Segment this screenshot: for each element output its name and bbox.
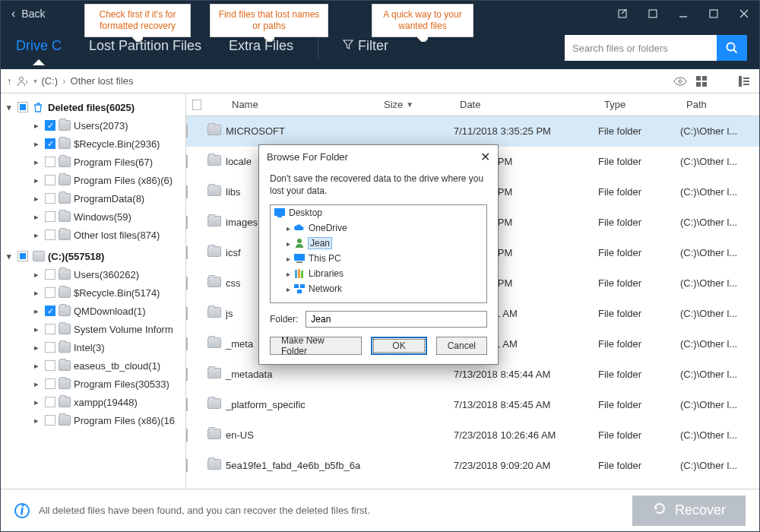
file-row[interactable]: 5ea19fe1_fabd_4e6b_b5fb_6a7/23/2018 9:09… bbox=[186, 451, 759, 481]
tree-item[interactable]: ▸Intel(3) bbox=[1, 338, 185, 356]
dlg-node-desktop[interactable]: Desktop bbox=[271, 205, 486, 220]
chevron-right-icon[interactable]: ▸ bbox=[283, 255, 293, 263]
col-size[interactable]: Size▼ bbox=[378, 99, 454, 110]
close-icon[interactable] bbox=[729, 1, 759, 27]
tree-item[interactable]: ▸$Recycle.Bin(5174) bbox=[1, 283, 185, 302]
tree-item[interactable]: ▸Program Files (x86)(6) bbox=[1, 171, 185, 189]
dlg-node-libraries[interactable]: ▸ Libraries bbox=[271, 266, 486, 281]
tree-item[interactable]: ▸Windows(59) bbox=[1, 207, 185, 226]
recover-button[interactable]: Recover bbox=[632, 496, 746, 526]
tree-item[interactable]: ▸Users(2073) bbox=[1, 116, 185, 135]
expand-icon[interactable] bbox=[638, 1, 668, 27]
crumb-other[interactable]: Other lost files bbox=[71, 75, 134, 87]
checkbox[interactable] bbox=[45, 342, 55, 353]
maximize-icon[interactable] bbox=[698, 1, 729, 27]
checkbox[interactable] bbox=[45, 397, 55, 407]
folder-tree[interactable]: ▾ Deleted files(6025) ▸Users(2073)▸$Recy… bbox=[1, 93, 186, 489]
chevron-right-icon[interactable]: ▸ bbox=[31, 416, 42, 426]
tree-item[interactable]: ▸easeus_tb_cloud(1) bbox=[1, 356, 185, 375]
grid-icon[interactable] bbox=[692, 72, 711, 90]
tree-root-c[interactable]: ▾ (C:)(557518) bbox=[1, 247, 185, 265]
checkbox[interactable] bbox=[186, 459, 188, 472]
dlg-node-network[interactable]: ▸ Network bbox=[271, 281, 486, 296]
tree-item[interactable]: ▸$Recycle.Bin(2936) bbox=[1, 135, 185, 153]
chevron-right-icon[interactable]: ▸ bbox=[31, 288, 42, 298]
dialog-folder-tree[interactable]: Desktop ▸ OneDrive ▸ Jean ▸ This PC ▸ Li… bbox=[270, 204, 487, 303]
chevron-right-icon[interactable]: ▸ bbox=[31, 157, 42, 167]
detail-icon[interactable] bbox=[735, 72, 753, 90]
checkbox[interactable] bbox=[186, 216, 188, 229]
checkbox[interactable] bbox=[45, 230, 55, 240]
checkbox[interactable] bbox=[45, 269, 55, 280]
checkbox[interactable] bbox=[186, 277, 188, 290]
tab-drive-c[interactable]: Drive C bbox=[13, 32, 65, 65]
list-icon[interactable] bbox=[714, 72, 732, 90]
crumb-c[interactable]: (C:) bbox=[42, 75, 59, 87]
col-type[interactable]: Type bbox=[598, 99, 680, 110]
dialog-close-icon[interactable]: ✕ bbox=[480, 150, 490, 164]
checkbox[interactable] bbox=[186, 429, 188, 442]
up-arrow-icon[interactable]: ↑ bbox=[7, 75, 12, 87]
checkbox[interactable] bbox=[186, 125, 188, 138]
tree-item[interactable]: ▸Program Files(30533) bbox=[1, 375, 185, 393]
chevron-right-icon[interactable]: ▸ bbox=[31, 379, 42, 389]
chevron-right-icon[interactable]: ▸ bbox=[31, 270, 42, 280]
chevron-right-icon[interactable]: ▸ bbox=[283, 224, 293, 233]
checkbox[interactable] bbox=[45, 306, 55, 316]
checkbox[interactable] bbox=[186, 246, 188, 259]
tree-root-deleted[interactable]: ▾ Deleted files(6025) bbox=[1, 98, 185, 116]
chevron-down-icon[interactable]: ▾ bbox=[4, 103, 14, 112]
chevron-right-icon[interactable]: ▸ bbox=[31, 325, 42, 334]
checkbox[interactable] bbox=[45, 175, 55, 185]
back-button[interactable]: ‹ Back bbox=[1, 7, 45, 21]
checkbox[interactable] bbox=[45, 415, 55, 426]
chevron-right-icon[interactable]: ▸ bbox=[283, 285, 293, 293]
chevron-right-icon[interactable]: ▸ bbox=[31, 194, 42, 204]
tree-item[interactable]: ▸ProgramData(8) bbox=[1, 189, 185, 207]
search-input[interactable] bbox=[565, 35, 717, 61]
person-icon[interactable] bbox=[17, 76, 29, 87]
checkbox[interactable] bbox=[45, 211, 55, 222]
tree-item[interactable]: ▸xampp(19448) bbox=[1, 393, 185, 411]
chevron-right-icon[interactable]: ▸ bbox=[31, 397, 42, 407]
chevron-right-icon[interactable]: ▸ bbox=[31, 212, 42, 222]
dlg-node-onedrive[interactable]: ▸ OneDrive bbox=[271, 220, 486, 236]
checkbox[interactable] bbox=[45, 120, 55, 131]
checkbox[interactable] bbox=[45, 287, 55, 298]
checkbox[interactable] bbox=[17, 251, 28, 261]
eye-icon[interactable] bbox=[671, 72, 689, 90]
tree-item[interactable]: ▸System Volume Inform bbox=[1, 320, 185, 338]
chevron-right-icon[interactable]: ▸ bbox=[283, 270, 293, 278]
chevron-right-icon[interactable]: ▸ bbox=[31, 121, 42, 131]
checkbox[interactable] bbox=[45, 157, 55, 167]
checkbox[interactable] bbox=[186, 155, 188, 168]
ok-button[interactable]: OK bbox=[371, 337, 426, 355]
chevron-right-icon[interactable]: ▸ bbox=[31, 343, 42, 353]
checkbox[interactable] bbox=[45, 324, 55, 334]
checkbox[interactable] bbox=[45, 193, 55, 204]
col-date[interactable]: Date bbox=[454, 99, 598, 110]
dlg-node-jean[interactable]: ▸ Jean bbox=[271, 236, 486, 251]
cancel-button[interactable]: Cancel bbox=[436, 337, 487, 355]
checkbox[interactable] bbox=[186, 368, 188, 381]
chevron-right-icon[interactable]: ▸ bbox=[31, 139, 42, 149]
folder-input[interactable] bbox=[306, 311, 487, 328]
minimize-icon[interactable] bbox=[668, 1, 698, 27]
chevron-right-icon[interactable]: ▸ bbox=[31, 306, 42, 316]
tree-item[interactable]: ▸Other lost files(874) bbox=[1, 226, 185, 244]
chevron-right-icon[interactable]: ▸ bbox=[31, 230, 42, 240]
chevron-right-icon[interactable]: ▸ bbox=[31, 176, 42, 185]
checkbox-all[interactable] bbox=[192, 100, 201, 110]
tree-item[interactable]: ▸Program Files(67) bbox=[1, 153, 185, 171]
col-path[interactable]: Path bbox=[680, 99, 759, 110]
make-new-folder-button[interactable]: Make New Folder bbox=[270, 337, 362, 355]
file-row[interactable]: MICROSOFT7/11/2018 3:35:25 PMFile folder… bbox=[186, 116, 759, 147]
checkbox[interactable] bbox=[186, 307, 188, 320]
checkbox[interactable] bbox=[186, 337, 188, 350]
chevron-right-icon[interactable]: ▸ bbox=[31, 361, 42, 371]
share-icon[interactable] bbox=[607, 1, 638, 27]
dlg-node-thispc[interactable]: ▸ This PC bbox=[271, 251, 486, 266]
checkbox[interactable] bbox=[45, 360, 55, 371]
tree-item[interactable]: ▸Users(360262) bbox=[1, 265, 185, 283]
col-name[interactable]: Name bbox=[226, 99, 378, 110]
